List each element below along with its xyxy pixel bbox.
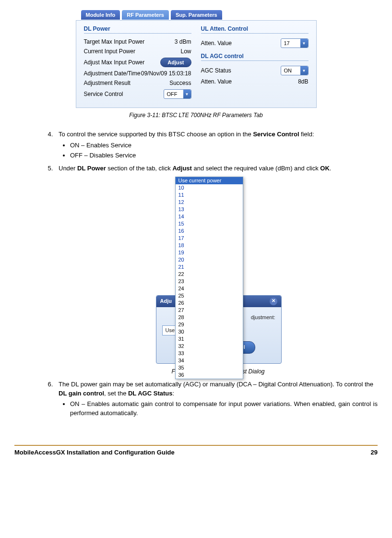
- list-item[interactable]: 22: [176, 271, 243, 278]
- page-number: 29: [371, 449, 378, 456]
- dialog-title: Adju: [160, 298, 172, 305]
- power-options-list[interactable]: Use current power 1011121314151617181920…: [175, 177, 243, 379]
- tab-rf-parameters[interactable]: RF Parameters: [122, 10, 169, 20]
- list-item[interactable]: 14: [176, 213, 243, 220]
- atten-value-select[interactable]: 17 ▼: [281, 38, 309, 48]
- list-item[interactable]: 27: [176, 307, 243, 314]
- chevron-down-icon: ▼: [183, 90, 191, 98]
- dl-agc-title: DL AGC control: [201, 53, 309, 61]
- list-item[interactable]: 23: [176, 278, 243, 285]
- list-item[interactable]: 18: [176, 242, 243, 249]
- list-item[interactable]: 19: [176, 249, 243, 256]
- tab-module-info[interactable]: Module Info: [81, 10, 120, 20]
- rf-parameters-panel: Module Info RF Parameters Sup. Parameter…: [76, 20, 317, 108]
- footer-title: MobileAccessGX Installation and Configur…: [14, 449, 175, 456]
- list-item[interactable]: 30: [176, 328, 243, 335]
- list-item[interactable]: 36: [176, 371, 243, 379]
- figure-caption-1: Figure 3-11: BTSC LTE 700NHz RF Paramete…: [14, 112, 378, 119]
- step-5: Under DL Power section of the tab, click…: [55, 164, 378, 376]
- list-item[interactable]: 21: [176, 263, 243, 271]
- chevron-down-icon: ▼: [300, 39, 308, 48]
- list-item[interactable]: Use current power: [176, 177, 243, 184]
- rf-parameters-screenshot: Module Info RF Parameters Sup. Parameter…: [14, 10, 378, 108]
- dl-power-adjust-screenshot: Adju ✕ djustment: Use current power ▼ OK…: [59, 177, 378, 364]
- chevron-down-icon: ▼: [300, 66, 308, 75]
- list-item[interactable]: 16: [176, 227, 243, 235]
- ul-atten-title: UL Atten. Control: [201, 25, 309, 34]
- list-item[interactable]: 34: [176, 357, 243, 364]
- list-item[interactable]: 12: [176, 199, 243, 206]
- bullet: OFF – Disables Service: [70, 151, 378, 160]
- dl-power-section: DL Power Target Max Input Power3 dBm Cur…: [84, 25, 191, 102]
- close-icon[interactable]: ✕: [270, 298, 277, 305]
- step-6: The DL power gain may be set automatical…: [55, 380, 378, 418]
- list-item[interactable]: 24: [176, 285, 243, 292]
- bullet: ON – Enables Service: [70, 141, 378, 150]
- tab-sup-parameters[interactable]: Sup. Parameters: [171, 10, 222, 20]
- agc-status-select[interactable]: ON ▼: [281, 66, 309, 75]
- adjust-button[interactable]: Adjust: [160, 58, 191, 67]
- step-4: To control the service supported by this…: [55, 130, 378, 160]
- dl-power-title: DL Power: [84, 25, 191, 34]
- bullet: ON – Enables automatic gain control to c…: [70, 400, 378, 418]
- list-item[interactable]: 15: [176, 220, 243, 227]
- list-item[interactable]: 20: [176, 256, 243, 263]
- instruction-list: To control the service supported by this…: [14, 130, 378, 418]
- list-item[interactable]: 13: [176, 206, 243, 213]
- list-item[interactable]: 32: [176, 343, 243, 350]
- list-item[interactable]: 29: [176, 321, 243, 328]
- list-item[interactable]: 17: [176, 235, 243, 242]
- list-item[interactable]: 31: [176, 335, 243, 343]
- list-item[interactable]: 11: [176, 191, 243, 199]
- list-item[interactable]: 33: [176, 350, 243, 357]
- list-item[interactable]: 35: [176, 364, 243, 371]
- page-footer: MobileAccessGX Installation and Configur…: [14, 445, 378, 456]
- ul-atten-section: UL Atten. Control Atten. Value 17 ▼ DL A…: [201, 25, 309, 102]
- service-control-select[interactable]: OFF ▼: [164, 89, 191, 99]
- list-item[interactable]: 28: [176, 314, 243, 321]
- list-item[interactable]: 26: [176, 299, 243, 307]
- list-item[interactable]: 25: [176, 292, 243, 299]
- list-item[interactable]: 10: [176, 184, 243, 191]
